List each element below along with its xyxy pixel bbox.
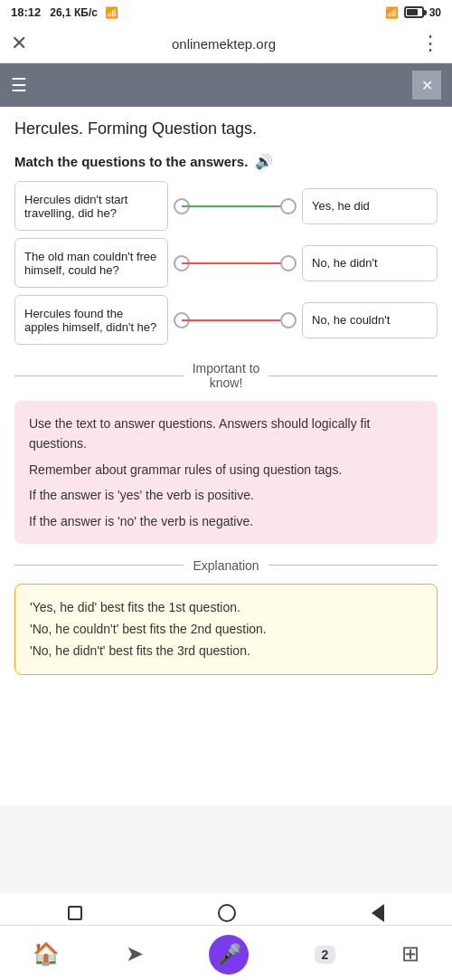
speaker-icon[interactable]: 🔊 <box>255 153 273 170</box>
circle-right-3[interactable] <box>280 312 297 328</box>
important-divider: Important toknow! <box>14 361 438 390</box>
match-row: Hercules found the apples himself, didn'… <box>14 295 438 345</box>
nav-badge-count: 2 <box>315 946 336 964</box>
explanation-line-1: 'Yes, he did' best fits the 1st question… <box>30 597 422 619</box>
mic-button[interactable]: 🎤 <box>209 935 249 975</box>
connector-3[interactable] <box>174 307 297 334</box>
line-2 <box>182 262 288 264</box>
android-back-button[interactable] <box>363 900 393 926</box>
match-row: Hercules didn't start travelling, did he… <box>14 181 438 231</box>
android-nav <box>0 893 452 929</box>
question-2: The old man couldn't free himself, could… <box>14 238 168 288</box>
answer-3: No, he couldn't <box>302 302 438 338</box>
question-3: Hercules found the apples himself, didn'… <box>14 295 168 345</box>
status-bar: 18:12 26,1 КБ/с 📶 📶 30 <box>0 0 452 24</box>
connector-2[interactable] <box>174 250 297 277</box>
page-title: Hercules. Forming Question tags. <box>14 119 438 138</box>
explanation-box: 'Yes, he did' best fits the 1st question… <box>14 584 438 675</box>
important-label: Important toknow! <box>193 361 260 390</box>
hamburger-button[interactable]: ☰ <box>11 74 27 96</box>
instruction-label: Match the questions to the answers. <box>14 154 248 169</box>
line-3 <box>182 319 288 321</box>
browser-url: onlinemektep.org <box>36 36 411 52</box>
wifi-icon: 📶 <box>385 6 399 19</box>
explanation-label: Explanation <box>193 558 259 573</box>
instruction-text: Match the questions to the answers. 🔊 <box>14 153 438 170</box>
important-point-2: Remember about grammar rules of using qu… <box>29 460 423 480</box>
nav-badge[interactable]: 2 <box>315 946 336 964</box>
explanation-divider-left <box>14 565 184 566</box>
battery-level: 30 <box>429 6 441 19</box>
important-point-4: If the answer is 'no' the verb is negati… <box>29 511 423 531</box>
bottom-nav: 🏠 ➤ 🎤 2 ⊞ <box>0 925 452 980</box>
data-speed: 26,1 КБ/с <box>50 6 98 19</box>
status-right: 📶 30 <box>385 6 441 19</box>
explanation-divider: Explanation <box>14 558 438 573</box>
explanation-divider-right <box>268 565 438 566</box>
divider-line-left <box>14 376 184 376</box>
browser-bar: ✕ onlinemektep.org ⋮ <box>0 24 452 63</box>
close-x-button[interactable]: ✕ <box>412 71 441 100</box>
circle-right-2[interactable] <box>280 255 297 271</box>
nav-grid[interactable]: ⊞ <box>401 941 419 968</box>
android-home-button[interactable] <box>59 902 91 924</box>
home-icon: 🏠 <box>33 941 60 966</box>
match-row: The old man couldn't free himself, could… <box>14 238 438 288</box>
divider-line-right <box>268 376 438 376</box>
signal-icons: 📶 <box>105 6 118 19</box>
browser-menu-button[interactable]: ⋮ <box>420 32 441 55</box>
battery-icon <box>404 6 424 18</box>
answer-1: Yes, he did <box>302 188 438 224</box>
send-icon: ➤ <box>126 941 144 966</box>
question-1: Hercules didn't start travelling, did he… <box>14 181 168 231</box>
android-circle-button[interactable] <box>209 900 245 926</box>
matching-container: Hercules didn't start travelling, did he… <box>14 181 438 345</box>
line-1 <box>182 205 288 207</box>
time: 18:12 <box>11 5 41 19</box>
important-point-3: If the answer is 'yes' the verb is posit… <box>29 485 423 505</box>
nav-home[interactable]: 🏠 <box>33 941 60 968</box>
important-box: Use the text to answer questions. Answer… <box>14 401 438 544</box>
android-circle-icon <box>218 904 236 922</box>
top-toolbar: ☰ ✕ <box>0 63 452 107</box>
android-back-icon <box>372 904 384 922</box>
explanation-line-3: 'No, he didn't' best fits the 3rd questi… <box>30 641 422 662</box>
android-square-icon <box>68 906 82 920</box>
nav-send[interactable]: ➤ <box>126 941 144 968</box>
answer-2: No, he didn't <box>302 245 438 281</box>
main-content: Hercules. Forming Question tags. Match t… <box>0 107 452 805</box>
grid-icon: ⊞ <box>401 941 419 966</box>
circle-right-1[interactable] <box>280 198 297 214</box>
nav-mic[interactable]: 🎤 <box>209 935 249 975</box>
explanation-line-2: 'No, he couldn't' best fits the 2nd ques… <box>30 619 422 641</box>
connector-1[interactable] <box>174 193 297 220</box>
browser-close-button[interactable]: ✕ <box>11 32 27 55</box>
important-point-1: Use the text to answer questions. Answer… <box>29 414 423 454</box>
status-left: 18:12 26,1 КБ/с 📶 <box>11 5 118 19</box>
mic-icon: 🎤 <box>217 943 241 966</box>
